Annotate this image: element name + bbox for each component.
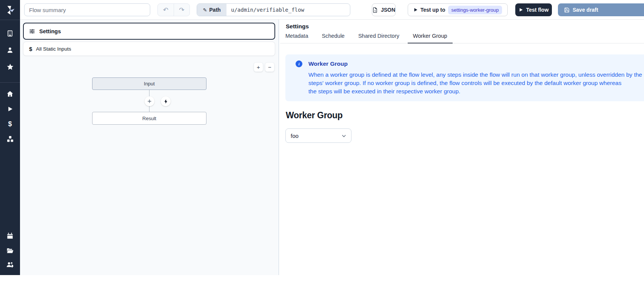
- play-filled-icon: [519, 8, 523, 12]
- info-box-line-1: When a worker group is defined at the fl…: [308, 71, 642, 78]
- save-draft-label: Save draft: [573, 7, 598, 13]
- boxes-icon[interactable]: [6, 135, 14, 143]
- sidebar-divider-mid: [0, 82, 20, 83]
- undo-button[interactable]: ↶: [158, 4, 174, 16]
- windmill-logo[interactable]: [3, 3, 17, 17]
- input-node-label: Input: [144, 81, 155, 87]
- test-flow-label: Test flow: [526, 7, 549, 13]
- file-json-icon: [372, 7, 378, 13]
- settings-panel-title: Settings: [286, 23, 309, 30]
- folder-open-icon[interactable]: [6, 246, 14, 254]
- info-box-title: Worker Group: [308, 60, 348, 67]
- tab-worker-group[interactable]: Worker Group: [408, 32, 453, 43]
- trigger-bolt-button[interactable]: [161, 96, 171, 106]
- add-step-button[interactable]: [145, 96, 154, 106]
- save-icon: [564, 7, 570, 13]
- zoom-out-button[interactable]: −: [265, 62, 274, 72]
- play-icon[interactable]: [6, 105, 14, 113]
- test-flow-button[interactable]: Test flow: [515, 3, 552, 16]
- settings-tabs: Metadata Schedule Shared Directory Worke…: [280, 32, 644, 43]
- settings-panel: Settings Metadata Schedule Shared Direct…: [279, 20, 644, 275]
- undo-icon: ↶: [163, 6, 168, 14]
- flow-graph-panel: Settings $ All Static Inputs + − Input R…: [20, 20, 279, 275]
- home-icon[interactable]: [6, 90, 14, 98]
- input-node[interactable]: Input: [92, 77, 206, 90]
- save-draft-button[interactable]: Save draft: [558, 3, 644, 16]
- star-icon[interactable]: [6, 63, 14, 71]
- chevron-down-icon: [341, 133, 347, 139]
- cross-icon: [147, 99, 152, 104]
- flow-settings-item[interactable]: Settings: [23, 23, 275, 40]
- tab-metadata[interactable]: Metadata: [280, 32, 313, 43]
- redo-icon: ↷: [179, 6, 184, 14]
- test-up-to-label: Test up to: [421, 7, 445, 13]
- worker-group-info-box: i Worker Group When a worker group is de…: [285, 54, 644, 101]
- pencil-icon: ✎: [203, 7, 207, 13]
- test-up-to-step-badge[interactable]: settings-worker-group: [448, 6, 502, 14]
- result-node[interactable]: Result: [92, 112, 206, 125]
- play-outline-icon: [413, 8, 418, 12]
- bolt-icon: [163, 99, 168, 104]
- all-static-inputs-item[interactable]: $ All Static Inputs: [23, 42, 275, 56]
- dollar-icon[interactable]: $: [6, 120, 14, 128]
- worker-group-select[interactable]: foo: [285, 128, 351, 143]
- plus-icon: +: [257, 64, 260, 70]
- undo-redo-group: ↶ ↷: [157, 3, 190, 16]
- tab-shared-directory[interactable]: Shared Directory: [353, 32, 405, 43]
- worker-group-heading: Worker Group: [286, 110, 343, 121]
- zoom-in-button[interactable]: +: [254, 62, 263, 72]
- tab-schedule[interactable]: Schedule: [316, 32, 350, 43]
- topbar: ↶ ↷ ✎ Path u/admin/verifiable_flow JSON …: [20, 0, 644, 20]
- info-box-line-2: steps' worker group. If no worker group …: [308, 80, 621, 87]
- flow-settings-label: Settings: [39, 28, 61, 34]
- building-icon[interactable]: [6, 29, 14, 37]
- path-value[interactable]: u/admin/verifiable_flow: [226, 4, 350, 16]
- info-icon: i: [296, 60, 302, 67]
- flow-summary-input[interactable]: [24, 3, 150, 16]
- sliders-icon: [29, 28, 35, 35]
- result-node-label: Result: [142, 116, 156, 121]
- path-group: ✎ Path u/admin/verifiable_flow: [197, 3, 350, 16]
- dollar-sign-icon: $: [29, 46, 32, 52]
- sidebar: $: [0, 0, 20, 275]
- minus-icon: −: [268, 64, 271, 70]
- redo-button[interactable]: ↷: [174, 4, 190, 16]
- user-icon[interactable]: [6, 46, 14, 54]
- worker-group-select-value: foo: [291, 133, 299, 139]
- json-button[interactable]: JSON: [372, 3, 396, 16]
- path-label: Path: [209, 7, 220, 13]
- path-edit-button[interactable]: ✎ Path: [197, 4, 226, 16]
- sidebar-divider-top: [0, 20, 20, 20]
- user-group-icon[interactable]: [6, 261, 14, 269]
- info-box-line-3: the steps will be executed in their resp…: [308, 88, 460, 95]
- json-button-label: JSON: [381, 7, 395, 13]
- calendar-icon[interactable]: [6, 232, 14, 240]
- all-static-inputs-label: All Static Inputs: [36, 46, 71, 52]
- test-up-to-button[interactable]: Test up to settings-worker-group: [408, 3, 508, 16]
